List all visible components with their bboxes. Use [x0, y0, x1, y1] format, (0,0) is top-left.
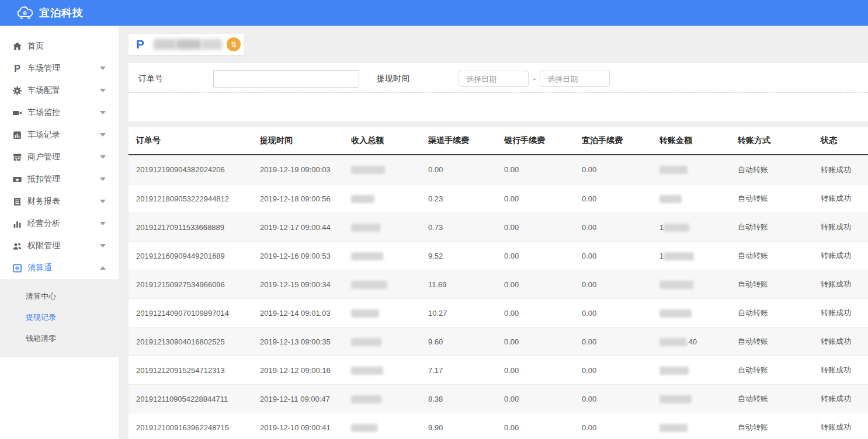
- sidebar-item-4[interactable]: 车场记录: [0, 124, 119, 146]
- cell-channel-fee: 9.60: [428, 337, 504, 346]
- sidebar-item-10[interactable]: $清算通: [0, 257, 119, 279]
- cell-channel-fee: 0.23: [428, 194, 504, 203]
- cell-status: 转账成功: [821, 365, 868, 375]
- cell-yibo-fee: 0.00: [582, 423, 659, 432]
- submenu-item-0[interactable]: 清算中心: [0, 286, 119, 307]
- sidebar-item-label: 车场配置: [27, 85, 100, 96]
- amount-visible-prefix: 1: [659, 252, 664, 260]
- cell-transfer-amount: [659, 423, 738, 432]
- cell-transfer-method: 自动转账: [738, 365, 821, 375]
- cell-transfer-method: 自动转账: [738, 222, 821, 232]
- sidebar-item-3[interactable]: 车场监控: [0, 102, 119, 124]
- sidebar-item-9[interactable]: 权限管理: [0, 235, 119, 257]
- table-row: 2019121609094492016892019-12-16 09:00:53…: [129, 241, 868, 270]
- redacted-value: [351, 367, 383, 375]
- cell-bank-fee: 0.00: [504, 366, 582, 375]
- cell-status: 转账成功: [821, 336, 868, 347]
- brand-logo: e 宜泊科技: [15, 5, 84, 21]
- sidebar-item-label: 权限管理: [27, 241, 100, 251]
- column-header-1: 提现时间: [260, 135, 351, 146]
- cell-order-no: 2019121009163962248715: [136, 423, 260, 432]
- cell-income-redacted: [351, 394, 428, 403]
- submenu-item-2[interactable]: 钱箱清零: [0, 328, 119, 349]
- cell-bank-fee: 0.00: [504, 309, 582, 318]
- home-icon: [12, 41, 22, 51]
- swap-vertical-icon[interactable]: ⇅: [227, 37, 241, 51]
- cell-yibo-fee: 0.00: [582, 309, 659, 318]
- cell-channel-fee: 8.38: [428, 395, 504, 403]
- cell-withdraw-time: 2019-12-15 09:00:34: [260, 280, 351, 289]
- chevron-down-icon: [100, 89, 106, 92]
- redacted-value: [351, 166, 385, 174]
- chevron-down-icon: [100, 244, 106, 248]
- table-row: 2019121709115336688892019-12-17 09:00:44…: [129, 212, 868, 241]
- main-content: P ⇅ 订单号 提现时间 -: [119, 26, 868, 439]
- cell-bank-fee: 0.00: [504, 395, 582, 403]
- date-range-separator: -: [533, 74, 536, 84]
- cell-bank-fee: 0.00: [504, 194, 582, 203]
- cell-channel-fee: 9.90: [428, 423, 504, 432]
- cell-transfer-amount: [659, 365, 738, 375]
- brand-name: 宜泊科技: [39, 6, 84, 20]
- sidebar-item-7[interactable]: 财务报表: [0, 190, 119, 212]
- cell-order-no: 201912150927534966096: [136, 280, 260, 289]
- parking-icon: P: [12, 63, 22, 74]
- column-header-2: 收入总额: [351, 135, 428, 146]
- redacted-value: [351, 252, 383, 260]
- sidebar-item-label: 商户管理: [27, 152, 100, 162]
- submenu-item-1[interactable]: 提现记录: [0, 307, 119, 328]
- cell-transfer-method: 自动转账: [738, 308, 821, 318]
- withdraw-time-label: 提现时间: [377, 74, 459, 84]
- date-start-input[interactable]: [459, 71, 529, 87]
- cell-bank-fee: 0.00: [504, 165, 582, 174]
- cell-yibo-fee: 0.00: [582, 165, 659, 174]
- date-end-input[interactable]: [540, 71, 610, 87]
- cell-income-redacted: [351, 194, 428, 203]
- cell-transfer-amount: .40: [659, 337, 738, 346]
- redacted-value: [659, 309, 692, 318]
- cell-transfer-method: 自动转账: [738, 279, 821, 290]
- sidebar-item-1[interactable]: P车场管理: [0, 57, 119, 79]
- sidebar-item-6[interactable]: ★抵扣管理: [0, 168, 119, 190]
- cell-order-no: 201912120915254712313: [136, 366, 260, 375]
- table-row: 20191218090532229448122019-12-18 09:00:5…: [129, 184, 868, 212]
- sidebar-item-8[interactable]: 经营分析: [0, 212, 119, 235]
- column-header-5: 宜泊手续费: [582, 135, 659, 146]
- cell-withdraw-time: 2019-12-12 09:00:16: [260, 366, 351, 375]
- cell-bank-fee: 0.00: [504, 280, 582, 289]
- analysis-icon: [12, 218, 22, 229]
- redacted-value: [351, 195, 374, 203]
- sidebar-menu: 首页P车场管理车场配置车场监控车场记录商户管理★抵扣管理财务报表经营分析权限管理…: [0, 35, 119, 357]
- settlement-submenu: 清算中心提现记录钱箱清零: [0, 279, 119, 357]
- cell-transfer-amount: 1: [659, 222, 738, 232]
- cell-income-redacted: [351, 222, 428, 232]
- cell-transfer-amount: [659, 394, 738, 403]
- cell-income-redacted: [351, 165, 428, 175]
- cell-withdraw-time: 2019-12-18 09:00:56: [260, 194, 351, 203]
- cell-withdraw-time: 2019-12-19 09:00:03: [260, 165, 351, 174]
- parking-p-icon: P: [136, 37, 144, 51]
- sidebar-item-2[interactable]: 车场配置: [0, 79, 119, 102]
- app-header: e 宜泊科技: [0, 0, 868, 26]
- parking-selector[interactable]: P ⇅: [129, 34, 244, 55]
- records-icon: [12, 130, 22, 140]
- sidebar-item-5[interactable]: 商户管理: [0, 146, 119, 168]
- amount-visible-suffix: .40: [686, 337, 697, 346]
- cell-transfer-method: 自动转账: [738, 336, 821, 347]
- cell-withdraw-time: 2019-12-13 09:00:35: [260, 337, 351, 346]
- redacted-value: [659, 195, 682, 203]
- camera-icon: [12, 107, 22, 118]
- cell-income-redacted: [351, 251, 428, 260]
- cell-transfer-amount: [659, 308, 738, 318]
- cell-yibo-fee: 0.00: [582, 337, 659, 346]
- sidebar-item-0[interactable]: 首页: [0, 35, 119, 57]
- order-no-input[interactable]: [213, 70, 359, 88]
- cell-withdraw-time: 2019-12-16 09:00:53: [260, 252, 351, 260]
- cell-order-no: 201912160909449201689: [136, 252, 260, 260]
- cell-income-redacted: [351, 337, 428, 346]
- cell-channel-fee: 10.27: [428, 309, 504, 318]
- chevron-down-icon: [100, 200, 106, 203]
- cell-income-redacted: [351, 308, 428, 318]
- cell-yibo-fee: 0.00: [582, 366, 659, 375]
- cell-channel-fee: 0.73: [428, 223, 504, 232]
